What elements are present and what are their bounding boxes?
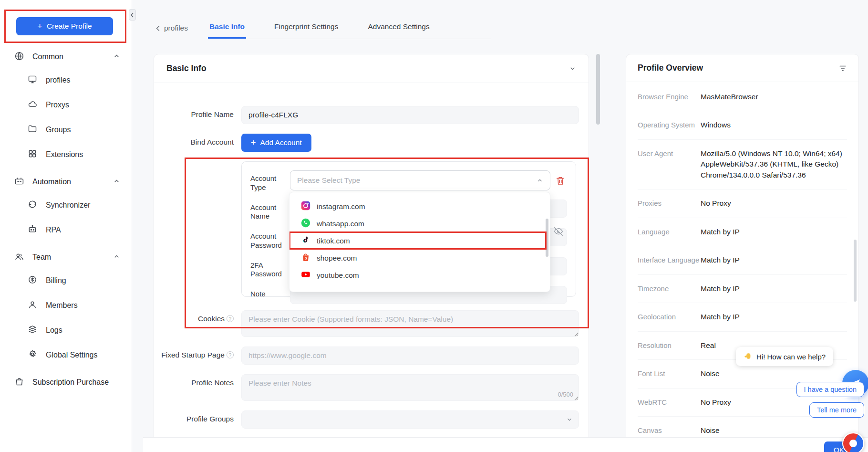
dropdown-option-tiktok[interactable]: tiktok.com xyxy=(289,232,550,250)
sidebar-item-label: Extensions xyxy=(46,150,83,159)
sidebar-item-billing[interactable]: Billing xyxy=(0,268,132,293)
tab-basic-info[interactable]: Basic Info xyxy=(208,18,246,39)
robot-icon xyxy=(28,224,37,236)
tabbar: profiles Basic Info Fingerprint Settings… xyxy=(155,17,491,39)
chevron-up-icon xyxy=(113,178,120,187)
dropdown-option-whatsapp[interactable]: whatsapp.com xyxy=(289,215,550,232)
overview-row: ProxiesNo Proxy xyxy=(638,189,847,218)
delete-account-button[interactable] xyxy=(554,175,567,188)
people-icon xyxy=(14,252,24,263)
overview-row: Interface LanguageMatch by IP xyxy=(638,246,847,274)
back-to-profiles[interactable]: profiles xyxy=(155,24,188,39)
overview-row-value: Match by IP xyxy=(701,284,847,294)
startup-page-input[interactable] xyxy=(241,347,579,365)
sidebar-section-automation[interactable]: Automation xyxy=(0,171,132,193)
overview-row: LanguageMatch by IP xyxy=(638,218,847,246)
sidebar-section-common[interactable]: Common xyxy=(0,46,132,68)
basic-info-card-header[interactable]: Basic Info xyxy=(154,54,589,83)
account-form-card: Account Type Please Select Type Account … xyxy=(241,161,576,297)
dropdown-option-youtube[interactable]: youtube.com xyxy=(289,267,550,284)
sidebar-item-label: Global Settings xyxy=(46,351,98,359)
overview-row-label: Timezone xyxy=(638,284,701,294)
startup-page-label: Fixed Startup Page xyxy=(154,347,241,359)
tab-advanced-settings[interactable]: Advanced Settings xyxy=(366,18,431,39)
profile-groups-select[interactable] xyxy=(241,410,579,429)
sidebar-item-proxys[interactable]: Proxys xyxy=(0,93,132,117)
sidebar-collapse-button[interactable] xyxy=(129,9,136,21)
globe-icon xyxy=(14,51,24,63)
sidebar-item-label: RPA xyxy=(46,226,61,234)
app-root: Create Profile Common profiles xyxy=(0,0,868,452)
dropdown-option-label: youtube.com xyxy=(317,271,359,280)
sidebar-item-label: Subscription Purchase xyxy=(32,378,109,387)
sidebar-item-subscription-purchase[interactable]: Subscription Purchase xyxy=(0,371,132,393)
plus-icon xyxy=(251,138,256,147)
sidebar-section-team[interactable]: Team xyxy=(0,246,132,268)
account-name-label: Account Name xyxy=(250,200,290,221)
chevron-down-icon xyxy=(569,65,576,72)
note-label: Note xyxy=(250,286,290,304)
sidebar-item-members[interactable]: Members xyxy=(0,293,132,318)
sidebar-item-global-settings[interactable]: Global Settings xyxy=(0,343,132,368)
chevron-down-icon xyxy=(566,416,573,423)
shopee-icon xyxy=(301,252,310,264)
overview-row-value: MasMateBrowser xyxy=(701,92,847,102)
section-label: Common xyxy=(32,53,63,61)
chat-greeting-text: Hi! How can we help? xyxy=(756,353,826,361)
whatsapp-icon xyxy=(301,218,310,230)
cookies-textarea[interactable] xyxy=(241,310,579,337)
chevron-up-icon xyxy=(113,53,120,62)
overview-row: User AgentMozilla/5.0 (Windows NT 10.0; … xyxy=(638,140,847,189)
trash-icon xyxy=(555,176,566,186)
account-type-select[interactable]: Please Select Type xyxy=(290,170,550,190)
overview-row-label: WebRTC xyxy=(638,397,701,408)
sidebar-item-extensions[interactable]: Extensions xyxy=(0,142,132,167)
sidebar-item-label: Logs xyxy=(46,326,62,335)
profile-notes-textarea[interactable] xyxy=(241,374,579,401)
overview-row-label: Canvas xyxy=(638,425,701,436)
profile-notes-label: Profile Notes xyxy=(154,374,241,387)
sidebar-item-label: profiles xyxy=(46,76,71,84)
overview-row-value: Mozilla/5.0 (Windows NT 10.0; Win64; x64… xyxy=(701,148,847,180)
instagram-icon xyxy=(301,201,310,212)
dropdown-scrollbar-thumb[interactable] xyxy=(546,219,548,257)
overview-title: Profile Overview xyxy=(638,63,703,73)
create-profile-button[interactable]: Create Profile xyxy=(16,17,113,35)
layers-icon xyxy=(28,325,37,336)
dropdown-option-label: tiktok.com xyxy=(317,237,350,245)
profile-name-label: Profile Name xyxy=(154,106,241,119)
gear-icon xyxy=(28,349,37,361)
plus-icon xyxy=(37,22,42,31)
sidebar-item-groups[interactable]: Groups xyxy=(0,117,132,142)
account-type-label: Account Type xyxy=(250,170,290,192)
info-icon xyxy=(227,315,234,322)
overview-row-value: Noise xyxy=(701,368,847,379)
overview-row-label: Browser Engine xyxy=(638,92,701,102)
create-profile-label: Create Profile xyxy=(47,22,92,31)
overview-row-value: Match by IP xyxy=(701,227,847,237)
sidebar-item-rpa[interactable]: RPA xyxy=(0,218,132,242)
dropdown-option-instagram[interactable]: instagram.com xyxy=(289,198,550,215)
overview-row-value: Match by IP xyxy=(701,312,847,322)
toggle-password-visibility-button[interactable] xyxy=(552,226,565,238)
filter-lines-icon[interactable] xyxy=(838,64,847,73)
chevron-up-icon xyxy=(113,253,120,262)
dropdown-option-shopee[interactable]: shopee.com xyxy=(289,250,550,267)
chat-tell-more-button[interactable]: Tell me more xyxy=(809,402,864,418)
overview-row: Operating SystemWindows xyxy=(638,111,847,139)
main-scrollbar-thumb[interactable] xyxy=(596,54,600,125)
notes-counter: 0/500 xyxy=(558,391,573,398)
basic-info-card: Basic Info Profile Name Bind Account Add… xyxy=(154,54,589,452)
sidebar-item-profiles[interactable]: profiles xyxy=(0,68,132,93)
overview-scrollbar-thumb[interactable] xyxy=(854,240,857,302)
overview-row-value: No Proxy xyxy=(701,198,847,209)
chat-launcher-logo[interactable] xyxy=(842,432,864,452)
overview-row-label: Geolocation xyxy=(638,312,701,322)
profile-name-input[interactable] xyxy=(241,106,579,124)
chat-question-button[interactable]: I have a question xyxy=(796,382,864,397)
sidebar-item-logs[interactable]: Logs xyxy=(0,318,132,343)
sidebar-item-synchronizer[interactable]: Synchronizer xyxy=(0,193,132,218)
tab-fingerprint-settings[interactable]: Fingerprint Settings xyxy=(273,18,340,39)
footer-bar: OK xyxy=(143,438,868,452)
add-account-button[interactable]: Add Account xyxy=(241,134,311,152)
